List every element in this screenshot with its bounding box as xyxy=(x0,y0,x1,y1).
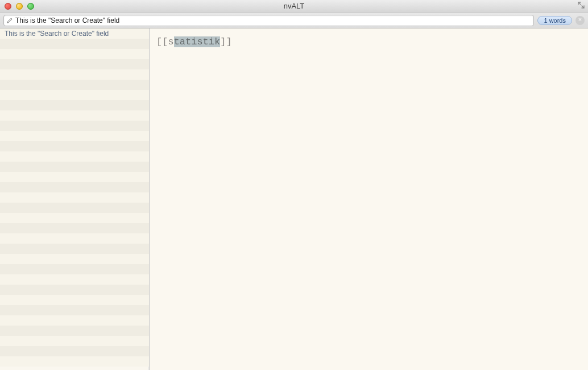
traffic-lights xyxy=(5,3,34,10)
window-title: nvALT xyxy=(0,2,588,10)
list-item[interactable] xyxy=(0,274,149,285)
clear-icon: × xyxy=(578,17,582,23)
list-item[interactable] xyxy=(0,285,149,295)
list-item[interactable] xyxy=(0,151,149,162)
list-item-title: This is the "Search or Create" field xyxy=(5,30,109,38)
list-item[interactable] xyxy=(0,141,149,151)
zoom-window-icon[interactable] xyxy=(27,3,34,10)
titlebar[interactable]: nvALT xyxy=(0,0,588,13)
list-item[interactable] xyxy=(0,223,149,233)
editor-text-prefix: [[s xyxy=(156,36,174,47)
editor-text-suffix: ]] xyxy=(220,36,231,47)
list-item[interactable] xyxy=(0,244,149,254)
fullscreen-icon[interactable] xyxy=(578,2,585,9)
list-item[interactable] xyxy=(0,49,149,59)
list-item[interactable] xyxy=(0,346,149,356)
list-item[interactable] xyxy=(0,356,149,367)
list-item[interactable] xyxy=(0,172,149,182)
editor-line: [[statistik]] xyxy=(156,36,232,47)
list-item[interactable] xyxy=(0,213,149,223)
editor-text-selection: tatistik xyxy=(174,36,221,47)
list-item[interactable] xyxy=(0,295,149,305)
list-item[interactable] xyxy=(0,182,149,192)
list-item[interactable] xyxy=(0,192,149,203)
list-item[interactable] xyxy=(0,336,149,346)
word-count-badge[interactable]: 1 words xyxy=(537,16,572,25)
main-split: This is the "Search or Create" field [[s… xyxy=(0,28,588,370)
minimize-window-icon[interactable] xyxy=(16,3,23,10)
clear-search-button[interactable]: × xyxy=(575,16,585,25)
list-item[interactable] xyxy=(0,131,149,141)
notes-list[interactable]: This is the "Search or Create" field xyxy=(0,28,150,370)
list-item[interactable]: This is the "Search or Create" field xyxy=(0,28,149,39)
list-item[interactable] xyxy=(0,326,149,336)
list-item[interactable] xyxy=(0,264,149,274)
toolbar: 1 words × xyxy=(0,13,588,28)
list-item[interactable] xyxy=(0,110,149,121)
list-item[interactable] xyxy=(0,203,149,213)
list-item[interactable] xyxy=(0,233,149,244)
list-item[interactable] xyxy=(0,69,149,80)
list-item[interactable] xyxy=(0,90,149,100)
list-item[interactable] xyxy=(0,121,149,131)
list-item[interactable] xyxy=(0,315,149,326)
app-window: nvALT 1 words × This is the "Search or C… xyxy=(0,0,588,370)
note-editor[interactable]: [[statistik]] xyxy=(150,28,588,370)
search-or-create-input[interactable] xyxy=(15,17,531,24)
search-field-wrap[interactable] xyxy=(3,15,534,26)
list-item[interactable] xyxy=(0,59,149,69)
pencil-icon xyxy=(6,17,13,24)
list-item[interactable] xyxy=(0,254,149,264)
list-item[interactable] xyxy=(0,100,149,110)
list-item[interactable] xyxy=(0,80,149,90)
close-window-icon[interactable] xyxy=(5,3,11,10)
list-item[interactable] xyxy=(0,305,149,315)
list-item[interactable] xyxy=(0,162,149,172)
list-item[interactable] xyxy=(0,39,149,49)
